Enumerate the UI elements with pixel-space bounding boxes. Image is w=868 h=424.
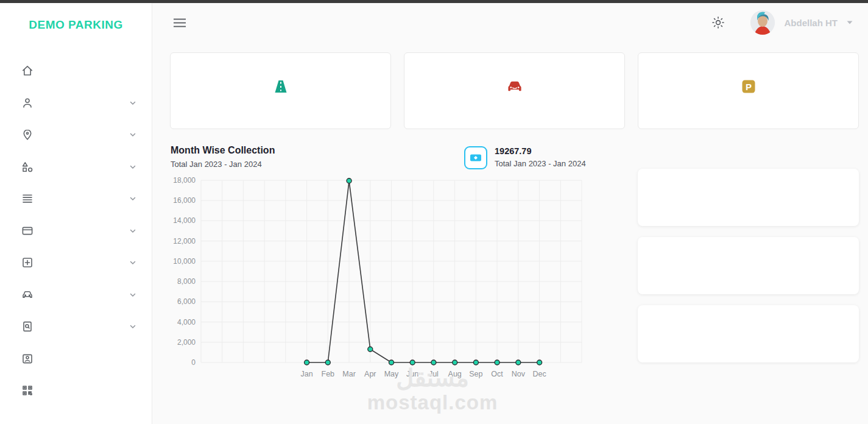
chevron-down-icon [129, 163, 137, 171]
svg-text:Dec: Dec [532, 370, 546, 378]
booked-car-icon [506, 78, 523, 95]
total-collection-value: 19267.79 [495, 146, 586, 156]
road-icon [272, 78, 289, 95]
sidebar-item-category[interactable] [0, 151, 152, 183]
home-icon [21, 65, 34, 77]
svg-text:Nov: Nov [512, 370, 526, 378]
total-collection-badge: 19267.79 Total Jan 2023 - Jan 2024 [464, 146, 586, 169]
sidebar-menu [0, 55, 152, 407]
watermark-domain: mostaql.com [341, 391, 524, 414]
money-icon [464, 146, 487, 169]
svg-text:0: 0 [191, 358, 196, 367]
sidebar: DEMO PARKING [0, 3, 152, 424]
svg-text:Mar: Mar [342, 370, 356, 378]
monthly-collection-card [638, 237, 859, 294]
svg-text:Aug: Aug [448, 370, 462, 378]
svg-text:P: P [745, 82, 751, 92]
collection-cards [638, 169, 859, 373]
theme-toggle-sun-icon[interactable] [711, 16, 725, 29]
floor-icon [21, 193, 34, 205]
svg-text:Apr: Apr [364, 370, 376, 378]
chart-title: Month Wise Collection [171, 145, 275, 156]
chevron-down-icon [129, 99, 137, 107]
report-icon [21, 320, 34, 333]
qrcode-icon [21, 384, 34, 397]
svg-text:May: May [384, 370, 399, 378]
category-icon [21, 161, 34, 173]
svg-text:Jan: Jan [301, 370, 313, 378]
avatar [750, 10, 775, 35]
chevron-down-icon [129, 194, 137, 203]
svg-text:14,000: 14,000 [173, 216, 196, 225]
svg-text:16,000: 16,000 [173, 196, 196, 205]
chart-subtitle: Total Jan 2023 - Jan 2024 [171, 160, 275, 169]
stats-row: P [170, 52, 859, 129]
svg-text:Oct: Oct [491, 370, 503, 378]
svg-text:6,000: 6,000 [177, 297, 196, 306]
svg-text:12,000: 12,000 [173, 237, 196, 246]
window-top-strip [0, 0, 868, 3]
sidebar-item-parking-setup[interactable] [0, 247, 152, 279]
stat-card-total-booked-slots [404, 52, 625, 129]
chevron-down-icon [129, 130, 137, 139]
hamburger-menu-icon[interactable] [174, 18, 186, 27]
topbar: Abdellah HT [152, 3, 868, 42]
user-icon [21, 97, 34, 109]
chart-header: Month Wise Collection Total Jan 2023 - J… [171, 145, 275, 169]
credit-card-icon [21, 225, 34, 237]
svg-text:Feb: Feb [322, 370, 335, 378]
month-wise-collection-chart: 02,0004,0006,0008,00010,00012,00014,0001… [164, 174, 591, 384]
sidebar-item-tariff[interactable] [0, 215, 152, 247]
chevron-down-icon [129, 227, 137, 235]
profile-icon [21, 353, 34, 365]
map-pin-icon [21, 129, 34, 141]
app-logo: DEMO PARKING [0, 18, 152, 32]
sidebar-item-floor[interactable] [0, 183, 152, 215]
sidebar-item-profile[interactable] [0, 343, 152, 375]
sidebar-item-qrcode[interactable] [0, 375, 152, 407]
svg-text:Jul: Jul [429, 370, 439, 378]
car-outline-icon [21, 289, 34, 301]
chevron-down-icon [129, 258, 137, 267]
svg-text:10,000: 10,000 [173, 257, 196, 266]
user-menu[interactable]: Abdellah HT [725, 10, 855, 35]
total-collection-caption: Total Jan 2023 - Jan 2024 [495, 159, 586, 168]
svg-text:8,000: 8,000 [177, 277, 196, 286]
user-name: Abdellah HT [784, 18, 838, 28]
chevron-down-icon [845, 18, 855, 27]
svg-text:2,000: 2,000 [177, 338, 196, 347]
sidebar-item-place[interactable] [0, 119, 152, 151]
svg-text:18,000: 18,000 [173, 176, 196, 185]
chevron-down-icon [129, 322, 137, 331]
svg-text:Jun: Jun [406, 370, 418, 378]
plus-square-icon [21, 256, 34, 269]
svg-text:4,000: 4,000 [177, 318, 196, 327]
stat-card-total-slots [170, 52, 391, 129]
parking-sign-icon: P [740, 78, 757, 95]
sidebar-item-dashboard[interactable] [0, 55, 152, 87]
yearly-collection-card [638, 305, 859, 362]
stat-card-total-available-slots: P [638, 52, 859, 129]
daily-collection-card [638, 169, 859, 226]
chevron-down-icon [129, 291, 137, 299]
svg-text:Sep: Sep [469, 370, 482, 378]
sidebar-item-report[interactable] [0, 311, 152, 343]
sidebar-item-user[interactable] [0, 87, 152, 119]
sidebar-item-parking[interactable] [0, 279, 152, 311]
